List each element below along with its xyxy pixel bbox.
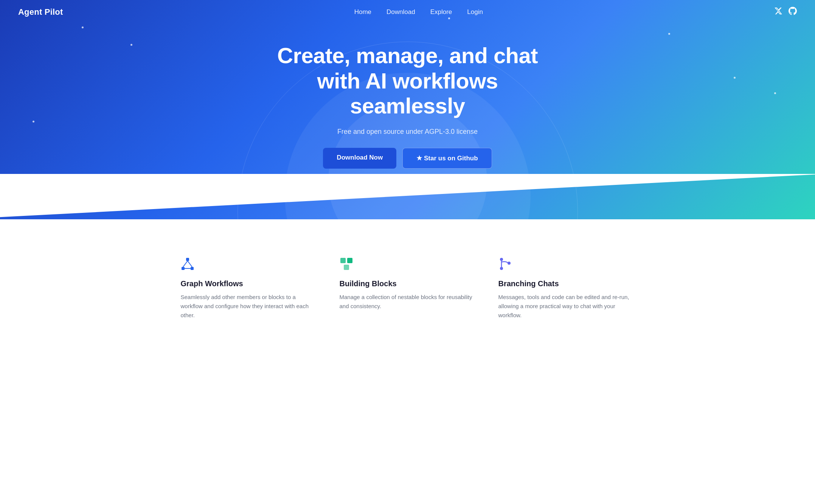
svg-rect-2 [191,267,194,270]
svg-point-9 [500,258,503,261]
dot-6 [33,121,34,123]
download-now-button[interactable]: Download Now [323,148,396,169]
feature-graph-workflows-title: Graph Workflows [181,279,317,288]
dot-4 [668,33,670,35]
github-star-button[interactable]: ★ Star us on Github [402,148,492,169]
svg-rect-7 [347,258,352,263]
nav-links: Home Download Explore Login [354,8,483,16]
dot-5 [734,77,736,79]
workflow-icon [181,257,317,273]
features-grid: Graph Workflows Seamlessly add other mem… [181,257,635,320]
svg-rect-8 [344,265,349,270]
github-icon [789,7,797,15]
nav-login[interactable]: Login [467,8,483,16]
twitter-icon [774,7,782,15]
hero-title: Create, manage, and chat with AI workflo… [265,43,550,119]
hero-section: Create, manage, and chat with AI workflo… [0,0,815,219]
features-section: Graph Workflows Seamlessly add other mem… [0,219,815,350]
svg-rect-6 [340,258,346,263]
svg-line-3 [183,261,188,267]
feature-graph-workflows-desc: Seamlessly add other members or blocks t… [181,293,317,320]
twitter-link[interactable] [774,7,782,17]
feature-graph-workflows: Graph Workflows Seamlessly add other mem… [181,257,317,320]
branch-icon [498,257,635,273]
nav-explore[interactable]: Explore [430,8,452,16]
dot-2 [130,44,132,46]
hero-content: Create, manage, and chat with AI workflo… [256,43,559,169]
svg-rect-1 [182,267,185,270]
svg-line-4 [188,261,192,267]
feature-branching-chats-title: Branching Chats [498,279,635,288]
site-logo[interactable]: Agent Pilot [18,7,63,17]
svg-rect-0 [186,258,189,261]
feature-building-blocks-title: Building Blocks [340,279,476,288]
nav-home[interactable]: Home [354,8,371,16]
feature-building-blocks: Building Blocks Manage a collection of n… [340,257,476,320]
feature-branching-chats-desc: Messages, tools and code can be edited a… [498,293,635,320]
svg-point-10 [500,267,503,270]
hero-bottom-cut [0,174,815,219]
nav-download[interactable]: Download [387,8,415,16]
dot-1 [82,26,84,28]
nav-social [774,7,797,17]
github-link[interactable] [789,7,797,17]
dot-7 [774,92,776,94]
feature-branching-chats: Branching Chats Messages, tools and code… [498,257,635,320]
hero-subtitle: Free and open source under AGPL-3.0 lice… [265,128,550,136]
hero-buttons: Download Now ★ Star us on Github [265,148,550,169]
feature-building-blocks-desc: Manage a collection of nestable blocks f… [340,293,476,311]
blocks-icon [340,257,476,273]
navbar: Agent Pilot Home Download Explore Login [0,0,815,24]
